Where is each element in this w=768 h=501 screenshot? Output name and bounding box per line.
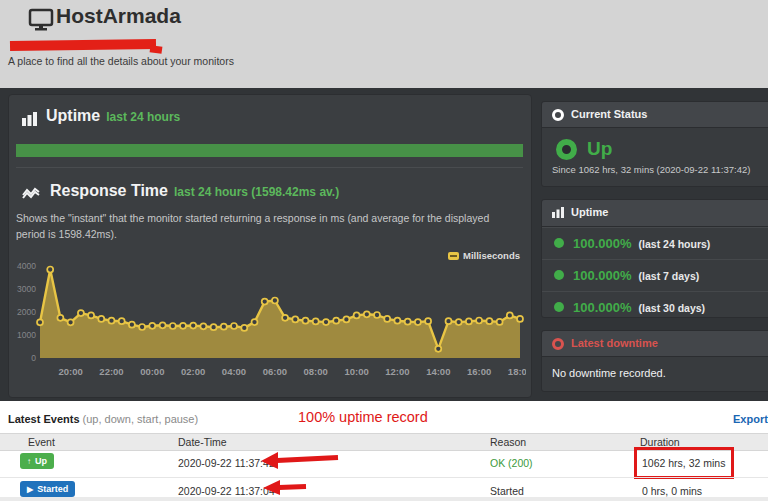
svg-text:08:00: 08:00 xyxy=(304,366,328,377)
uptime-period-text: last 24 hours xyxy=(106,110,180,124)
uptime-section-title: Uptimelast 24 hours xyxy=(46,107,180,125)
uptime-summary-title: Uptime xyxy=(571,206,608,218)
uptime-value: 100.000% xyxy=(573,300,632,315)
uptime-period: (last 30 days) xyxy=(639,301,706,313)
status-dot-icon xyxy=(552,109,564,121)
latest-downtime-box: Latest downtime No downtime recorded. xyxy=(541,330,768,392)
uptime-summary-header: Uptime xyxy=(542,200,768,227)
redaction-scribble xyxy=(10,39,156,51)
event-reason: Started xyxy=(490,485,524,497)
svg-text:4000: 4000 xyxy=(17,261,36,271)
latest-events-title-suffix: (up, down, start, pause) xyxy=(83,413,199,425)
latest-events-title-text: Latest Events xyxy=(8,413,80,425)
latest-events-title: Latest Events (up, down, start, pause) xyxy=(8,413,198,425)
green-dot-icon xyxy=(554,270,564,280)
current-status-value: Up xyxy=(542,128,768,162)
response-time-icon xyxy=(22,186,42,204)
svg-text:20:00: 20:00 xyxy=(58,366,82,377)
event-datetime: 2020-09-22 11:37:42 xyxy=(178,457,275,469)
response-time-period-text: last 24 hours (1598.42ms av.) xyxy=(174,185,339,199)
uptime-period: (last 24 hours) xyxy=(639,237,711,249)
uptime-row-7d: 100.000%(last 7 days) xyxy=(542,259,768,291)
panel-divider xyxy=(16,167,523,168)
redaction-scribble-tail xyxy=(150,45,163,54)
latest-downtime-title: Latest downtime xyxy=(571,337,658,349)
uptime-record-annotation: 100% uptime record xyxy=(298,409,428,425)
svg-text:2000: 2000 xyxy=(17,307,36,317)
column-header-event: Event xyxy=(28,436,55,448)
uptime-period: (last 7 days) xyxy=(639,269,700,281)
response-time-chart[interactable]: 0100020003000400020:0022:0000:0002:0004:… xyxy=(10,258,526,383)
current-status-header: Current Status xyxy=(542,102,768,128)
bar-chart-icon xyxy=(22,112,38,130)
status-page: HostArmada A place to find all the detai… xyxy=(0,0,768,501)
monitor-icon xyxy=(28,8,54,36)
event-duration: 0 hrs, 0 mins xyxy=(642,485,702,497)
event-reason: OK (200) xyxy=(490,457,533,469)
uptime-value: 100.000% xyxy=(573,236,632,251)
page-title: HostArmada xyxy=(56,4,181,28)
green-dot-icon xyxy=(554,238,564,248)
page-subtitle: A place to find all the details about yo… xyxy=(8,55,234,67)
latest-downtime-header: Latest downtime xyxy=(542,331,768,357)
uptime-title-text: Uptime xyxy=(46,107,100,124)
svg-text:3000: 3000 xyxy=(17,284,36,294)
svg-text:02:00: 02:00 xyxy=(181,366,205,377)
green-dot-icon xyxy=(554,302,564,312)
uptime-row-30d: 100.000%(last 30 days) xyxy=(542,291,768,323)
svg-text:04:00: 04:00 xyxy=(222,366,246,377)
duration-highlight-box xyxy=(634,447,734,479)
status-since-text: Since 1062 hrs, 32 mins (2020-09-22 11:3… xyxy=(542,162,768,185)
svg-text:14:00: 14:00 xyxy=(426,366,450,377)
uptime-summary-box: Uptime 100.000%(last 24 hours) 100.000%(… xyxy=(541,199,768,318)
svg-text:0: 0 xyxy=(31,353,36,363)
column-header-datetime: Date-Time xyxy=(178,436,227,448)
red-dot-icon xyxy=(552,338,564,350)
uptime-row-24h: 100.000%(last 24 hours) xyxy=(542,227,768,259)
next-section-edge xyxy=(0,497,768,501)
svg-text:00:00: 00:00 xyxy=(140,366,164,377)
current-status-box: Current Status Up Since 1062 hrs, 32 min… xyxy=(541,101,768,187)
svg-text:10:00: 10:00 xyxy=(344,366,368,377)
latest-downtime-message: No downtime recorded. xyxy=(542,357,768,389)
response-time-title-text: Response Time xyxy=(50,182,168,199)
status-up-text: Up xyxy=(587,138,612,159)
play-icon: ▶ xyxy=(27,485,33,494)
svg-text:16:00: 16:00 xyxy=(467,366,491,377)
event-badge-up: ↑Up xyxy=(20,453,54,469)
response-time-section-title: Response Timelast 24 hours (1598.42ms av… xyxy=(50,182,339,200)
event-datetime: 2020-09-22 11:37:04 xyxy=(178,485,275,497)
svg-text:12:00: 12:00 xyxy=(385,366,409,377)
svg-text:18:00: 18:00 xyxy=(508,366,526,377)
up-status-dot-icon xyxy=(556,139,577,160)
response-time-description: Shows the "instant" that the monitor sta… xyxy=(16,210,521,243)
badge-label: Up xyxy=(35,456,47,466)
uptime-value: 100.000% xyxy=(573,268,632,283)
current-status-title: Current Status xyxy=(571,108,647,120)
column-header-reason: Reason xyxy=(490,436,526,448)
uptime-100-percent-bar[interactable] xyxy=(16,144,523,157)
event-badge-started: ▶Started xyxy=(20,481,75,497)
svg-text:06:00: 06:00 xyxy=(263,366,287,377)
svg-text:1000: 1000 xyxy=(17,330,36,340)
export-link[interactable]: Export xyxy=(733,413,768,425)
svg-text:22:00: 22:00 xyxy=(99,366,123,377)
badge-label: Started xyxy=(37,484,68,494)
up-arrow-icon: ↑ xyxy=(27,457,31,466)
row-separator xyxy=(0,477,768,478)
page-header: HostArmada A place to find all the detai… xyxy=(0,0,768,88)
uptime-bars-icon xyxy=(552,207,564,220)
